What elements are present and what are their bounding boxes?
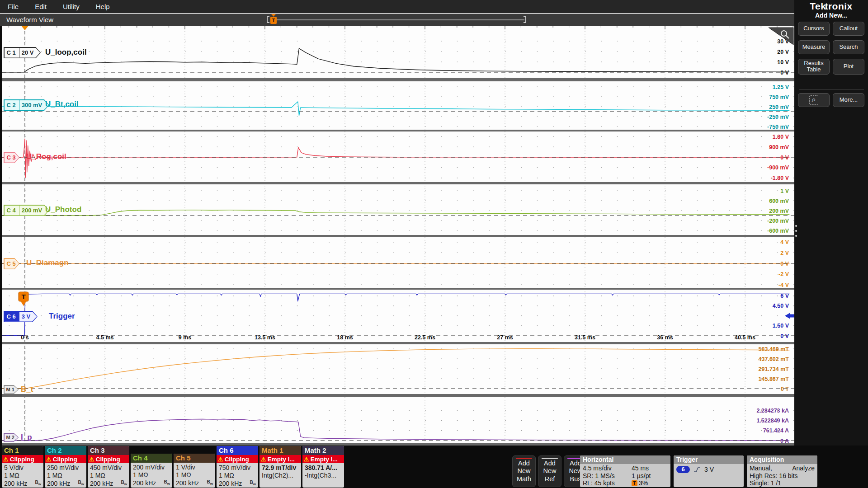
axis-label-c2: -250 mV	[767, 114, 789, 120]
axis-label-m2: 1.522849 kA	[756, 418, 789, 424]
trigger-level: 3 V	[704, 466, 714, 473]
badge-setting-row: 450 mV/div	[88, 463, 129, 471]
badge-setting-row: 72.9 mT/div	[259, 463, 301, 471]
tab-waveform-view[interactable]: Waveform View	[6, 16, 53, 23]
plot-button[interactable]: Plot	[833, 59, 864, 75]
axis-label-c4: 600 mV	[769, 198, 789, 204]
time-tick-label: 40.5 ms	[735, 334, 755, 341]
bottom-badge-title: Ch 2	[45, 446, 86, 455]
scope-badge-cell: C 4	[5, 206, 19, 216]
axis-label-c2: 250 mV	[769, 104, 789, 110]
badge-warning-text: ⚠Empty i...	[259, 455, 301, 463]
splitter-handle[interactable]	[795, 225, 797, 237]
zoom-overview-left-bracket[interactable]	[267, 16, 269, 23]
scope-badge-cell: C 1	[5, 48, 19, 58]
axis-label-m2: 761.424 A	[763, 427, 789, 434]
time-tick-label: 0 s	[21, 334, 28, 341]
bottom-badge-math-1[interactable]: Math 1⚠Empty i...72.9 mT/divIntg(Ch2)...	[259, 446, 301, 488]
zoom-overview-line[interactable]	[277, 19, 524, 20]
badge-setting-row: 200 kHzBw	[131, 479, 172, 487]
scope-badge-cell: C 6	[5, 312, 19, 322]
bottom-badge-ch-3[interactable]: Ch 3⚠Clipping450 mV/div1 MΩ200 kHzBw	[88, 446, 129, 488]
scope-badge-c6[interactable]: C 63 V	[4, 311, 38, 322]
tektronix-logo: Tektronix	[794, 1, 868, 12]
trigger-panel[interactable]: Trigger 6 3 V	[674, 455, 744, 487]
horizontal-window: 45 ms	[632, 465, 668, 472]
horizontal-panel-title: Horizontal	[580, 455, 670, 464]
time-tick-label: 9 ms	[179, 334, 192, 341]
results-table-button[interactable]: Results Table	[798, 59, 830, 75]
menu-utility[interactable]: Utility	[63, 3, 80, 10]
menu-edit[interactable]: Edit	[35, 3, 47, 10]
axis-label-c3: -900 mV	[767, 164, 789, 171]
acquisition-analyze: Analyze	[792, 465, 815, 472]
badge-setting-row: 1 MΩ	[45, 471, 86, 479]
menu-file[interactable]: File	[8, 3, 19, 10]
waveform-graticule[interactable]: 30 V20 V10 V0 V1.25 V750 mV250 mV-250 mV…	[0, 26, 794, 446]
right-sidebar: Tektronix Add New... CursorsCalloutMeasu…	[794, 0, 868, 488]
time-tick-label: 36 ms	[657, 334, 673, 341]
badge-setting-row: 200 kHzBw	[217, 479, 258, 487]
axis-label-c3: 900 mV	[769, 144, 789, 150]
badge-setting-row: 200 kHzBw	[174, 479, 215, 487]
scope-badge-c2[interactable]: C 2300 mV	[4, 99, 49, 111]
menu-bar: FileEditUtilityHelp	[0, 0, 794, 13]
acquisition-detail: High Res: 16 bits	[750, 472, 815, 480]
zoom-box-select-icon: ⌕	[809, 95, 818, 105]
badge-setting-row: 1 V/div	[174, 463, 215, 471]
bottom-badge-ch-1[interactable]: Ch 1⚠Clipping5 V/div1 MΩ200 kHzBw	[2, 446, 43, 488]
bandwidth-limit-icon: Bw	[250, 480, 256, 486]
time-tick-label: 22.5 ms	[415, 334, 435, 341]
zoom-overview-right-bracket[interactable]	[524, 16, 526, 23]
scope-badge-c4[interactable]: C 4200 mV	[4, 205, 49, 216]
bandwidth-limit-icon: Bw	[164, 479, 170, 486]
bottom-badge-ch-2[interactable]: Ch 2⚠Clipping250 mV/div1 MΩ200 kHzBw	[45, 446, 86, 488]
trigger-position-flag-icon[interactable]: T	[270, 17, 277, 24]
bottom-bar: Ch 1⚠Clipping5 V/div1 MΩ200 kHzBwCh 2⚠Cl…	[0, 446, 868, 488]
scope-badge-cell: 3 V	[19, 312, 37, 322]
trigger-panel-title: Trigger	[674, 455, 744, 464]
bottom-badge-ch-6[interactable]: Ch 6⚠Clipping750 mV/div1 MΩ200 kHzBw	[217, 446, 258, 488]
warning-icon: ⚠	[218, 456, 223, 463]
zoom-box-select-button[interactable]: ⌕	[798, 93, 830, 107]
callout-button[interactable]: Callout	[833, 22, 864, 36]
axis-label-c2: 750 mV	[769, 94, 789, 100]
add-new-math-button[interactable]: Add New Math	[512, 455, 536, 487]
time-tick-label: 13.5 ms	[255, 334, 275, 341]
acquisition-panel[interactable]: Acquisition Manual, Analyze High Res: 16…	[747, 455, 817, 487]
search-button[interactable]: Search	[833, 40, 864, 54]
scope-badge-c1[interactable]: C 120 V	[4, 47, 41, 58]
badge-setting-row: 1 MΩ	[2, 471, 43, 479]
acquisition-single: Single: 1 /1	[750, 479, 815, 487]
badge-warning-text: ⚠Clipping	[2, 455, 43, 463]
trigger-source-badge: 6	[676, 466, 690, 473]
bandwidth-limit-icon: Bw	[35, 480, 41, 486]
acquisition-panel-title: Acquisition	[747, 455, 817, 464]
badge-setting-row: Intg(Ch2)...	[259, 471, 301, 479]
measure-button[interactable]: Measure	[798, 40, 830, 54]
warning-icon: ⚠	[3, 456, 9, 463]
scope-badge-cell: C 2	[5, 100, 19, 110]
axis-label-c3: -1.80 V	[771, 175, 789, 181]
axis-label-c5: -4 V	[778, 282, 789, 288]
bottom-badge-title: Math 2	[302, 446, 344, 455]
more-button[interactable]: More...	[833, 93, 864, 107]
axis-label-c5: 4 V	[780, 239, 789, 245]
horizontal-panel[interactable]: Horizontal 4.5 ms/div 45 ms SR: 1 MS/s 1…	[580, 455, 670, 487]
axis-label-c2: -750 mV	[767, 124, 789, 130]
axis-label-c5: 2 V	[780, 250, 789, 256]
rising-edge-icon	[693, 466, 701, 473]
time-tick-label: 31.5 ms	[575, 334, 595, 341]
bottom-badge-math-2[interactable]: Math 2⚠Empty i...380.71 A/...-Intg(Ch3..…	[302, 446, 344, 488]
axis-label-c6: 4.50 V	[773, 303, 789, 309]
menu-help[interactable]: Help	[96, 3, 110, 10]
bottom-badge-title: Ch 4	[131, 454, 172, 463]
bottom-badge-ch-4[interactable]: Ch 4200 mV/div1 MΩ200 kHzBw	[131, 454, 172, 488]
cursors-button[interactable]: Cursors	[798, 22, 830, 36]
bandwidth-limit-icon: Bw	[121, 480, 127, 486]
bottom-badge-ch-5[interactable]: Ch 51 V/div1 MΩ200 kHzBw	[174, 454, 215, 488]
scope-badge-cell: 200 mV	[19, 206, 49, 216]
add-new-ref-button[interactable]: Add New Ref	[538, 455, 561, 487]
axis-label-c2: 1.25 V	[773, 84, 789, 90]
badge-setting-row: 200 mV/div	[131, 463, 172, 471]
